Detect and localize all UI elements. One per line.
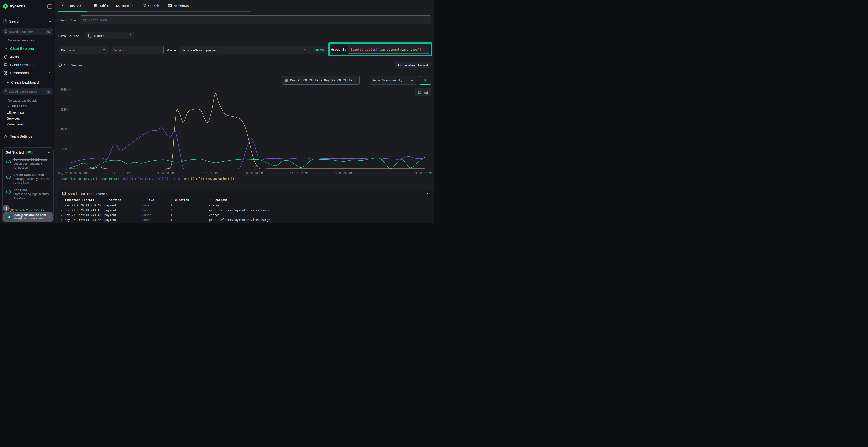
gear-icon bbox=[4, 134, 8, 138]
preset-services[interactable]: Services bbox=[7, 116, 20, 121]
chevron-right-icon bbox=[48, 215, 51, 219]
aggregation-select[interactable]: Maximum bbox=[59, 46, 108, 55]
user-account-bar[interactable]: D dale@clickhouse.com dale@clickhouse.co… bbox=[3, 212, 53, 222]
tab-number[interactable]: 123 Number bbox=[116, 0, 133, 11]
get-started-item-title: Create Data Sources bbox=[13, 173, 51, 177]
legend-item[interactable]: —maxIf(toFloat64O..Duration))))) · bbox=[183, 177, 239, 181]
col-timestamp[interactable]: Timestamp (Local) bbox=[65, 199, 104, 202]
chart-legend: — maxIf(toFloat64O..))) · mastercard —ma… bbox=[59, 177, 239, 181]
presets-label: PRESETS bbox=[12, 105, 27, 108]
tab-search[interactable]: Search bbox=[143, 0, 159, 11]
date-range-picker[interactable]: May 26 09:29:19 - May 27 09:29:19 bbox=[282, 76, 360, 84]
saved-dashboards-input[interactable]: Saved Dashboards ⌘K bbox=[2, 88, 53, 95]
hyperdx-logo-icon bbox=[3, 3, 8, 9]
get-started-item-subtitle: Configure where your data comes from bbox=[13, 177, 51, 185]
create-dashboard-button[interactable]: + Create Dashboard bbox=[7, 80, 39, 84]
app-title: HyperDX bbox=[10, 4, 26, 8]
get-started-item-data-sources[interactable]: Create Data Sources Configure where your… bbox=[3, 171, 53, 186]
events-panel-title: Sample Matched Events bbox=[68, 192, 107, 196]
table-row[interactable]: › May 27 9:29:18.249 AMpayment Unset3 gr… bbox=[58, 208, 433, 213]
table-row[interactable]: › May 27 9:29:18.250 AMpayment Unset1 ch… bbox=[58, 203, 433, 208]
svg-text:3:30:00 AM: 3:30:00 AM bbox=[335, 172, 351, 175]
create-dashboard-label: Create Dashboard bbox=[11, 80, 38, 84]
alerts-label: Alerts bbox=[10, 55, 19, 59]
tab-number-label: Number bbox=[122, 4, 133, 7]
get-started-item-connect[interactable]: Connect to ClickHouse Set up your databa… bbox=[3, 156, 53, 171]
sql-option[interactable]: SQL bbox=[304, 48, 309, 52]
get-started-progress-badge: 3/3 bbox=[26, 150, 33, 154]
calendar-icon bbox=[285, 78, 288, 82]
tab-line-bar-label: Line/Bar bbox=[66, 4, 82, 7]
sidebar-item-chart-explorer[interactable]: Chart Explorer bbox=[4, 47, 34, 50]
query-language-toggle[interactable]: SQL | Lucene bbox=[304, 48, 325, 52]
svg-text:450M: 450M bbox=[60, 108, 67, 111]
add-series-button[interactable]: Add Series bbox=[58, 62, 83, 68]
language-divider: | bbox=[311, 48, 312, 52]
saved-searches-input[interactable]: Saved Searches ⌘K bbox=[2, 28, 53, 35]
data-source-value: Traces bbox=[93, 34, 105, 38]
table-row[interactable]: › May 27 9:29:18.243 AMpayment Unset1 gr… bbox=[58, 217, 433, 222]
sidebar-item-alerts[interactable]: Alerts bbox=[4, 55, 19, 59]
chart-name-input[interactable] bbox=[80, 15, 431, 24]
lucene-option[interactable]: Lucene bbox=[314, 48, 325, 52]
tab-table[interactable]: Table bbox=[94, 0, 109, 11]
get-started-item-partially-hidden[interactable]: 🎉 Search Your Events bbox=[10, 208, 51, 212]
set-number-format-button[interactable]: Set number format bbox=[395, 62, 431, 68]
expand-row-icon[interactable]: › bbox=[58, 204, 65, 207]
svg-text:300M: 300M bbox=[60, 128, 67, 131]
legend-item[interactable]: —maxIf(toFloat64O..tion))))) · visa bbox=[122, 177, 180, 181]
preset-kubernetes[interactable]: Kubernetes bbox=[7, 122, 24, 126]
col-service[interactable]: ⋮service bbox=[104, 199, 143, 202]
col-level[interactable]: ⋮level bbox=[143, 199, 170, 202]
expand-row-icon[interactable]: › bbox=[58, 213, 65, 217]
search-icon bbox=[4, 30, 7, 33]
svg-text:9:30:00 PM: 9:30:00 PM bbox=[246, 172, 263, 175]
col-spanname[interactable]: ⋮SpanName bbox=[209, 199, 428, 202]
timeseries-chart[interactable]: 0150M300M450M600MMay 26 9:00:00 AM12:30:… bbox=[58, 86, 434, 176]
sidebar-item-team-settings[interactable]: Team Settings bbox=[4, 134, 32, 138]
collapse-sidebar-icon[interactable] bbox=[47, 4, 52, 9]
chevron-up-icon bbox=[48, 20, 52, 23]
svg-text:9:00:00 AM: 9:00:00 AM bbox=[415, 172, 432, 175]
field-select[interactable]: Duration bbox=[111, 46, 164, 55]
col-duration[interactable]: ⋮duration bbox=[170, 199, 209, 202]
expand-row-icon[interactable]: › bbox=[58, 218, 65, 221]
preset-clickhouse[interactable]: ClickHouse bbox=[7, 111, 24, 115]
run-query-button[interactable] bbox=[419, 76, 431, 84]
svg-text:3:30:00 PM: 3:30:00 PM bbox=[157, 172, 174, 175]
date-range-value: May 26 09:29:19 - May 27 09:29:19 bbox=[290, 78, 352, 82]
get-started-item-subtitle: Start sending logs, metrics, or traces bbox=[13, 193, 51, 200]
sidebar-item-client-sessions[interactable]: Client Sessions bbox=[4, 63, 34, 67]
no-saved-dashboards-text: No saved dashboards bbox=[8, 99, 37, 102]
chart-svg: 0150M300M450M600MMay 26 9:00:00 AM12:30:… bbox=[58, 86, 434, 176]
expand-row-icon[interactable]: › bbox=[58, 209, 65, 212]
legend-swatch: — bbox=[59, 177, 61, 181]
presets-toggle[interactable]: PRESETS bbox=[7, 105, 27, 108]
group-by-func: SpanAttributes bbox=[350, 48, 376, 51]
avatar: D bbox=[5, 213, 12, 220]
tab-line-bar[interactable]: Line/Bar bbox=[61, 0, 82, 11]
app-logo[interactable]: HyperDX bbox=[3, 3, 26, 9]
database-icon bbox=[88, 34, 91, 38]
group-by-arg: 'app.payment.card_type' bbox=[378, 48, 420, 51]
data-source-select[interactable]: Traces bbox=[86, 32, 134, 39]
line-chart-icon bbox=[61, 4, 65, 7]
table-row[interactable]: › May 27 9:29:18.243 AMpayment Unset1 ch… bbox=[58, 213, 433, 217]
sidebar-section-search[interactable]: Search bbox=[3, 19, 20, 23]
legend-item[interactable]: — maxIf(toFloat64O..))) · mastercard bbox=[59, 177, 119, 181]
user-email: dale@clickhouse.com bbox=[14, 213, 46, 217]
search-section-label: Search bbox=[9, 20, 20, 23]
check-circle-icon bbox=[6, 160, 11, 165]
help-button[interactable]: ? bbox=[3, 205, 10, 212]
data-source-label: Data Source bbox=[58, 34, 79, 38]
get-started-item-add-data[interactable]: Add Data Start sending logs, metrics, or… bbox=[3, 186, 53, 201]
chevron-down-icon bbox=[410, 79, 413, 82]
table-options-kebab-icon[interactable]: ⋮ bbox=[428, 199, 433, 202]
group-by-input[interactable]: SpanAttributes['app.payment.card_type'] bbox=[348, 45, 429, 54]
chevron-up-icon[interactable] bbox=[48, 151, 51, 154]
sidebar-item-dashboards[interactable]: Dashboards bbox=[4, 71, 29, 75]
where-input[interactable]: ServiceName: payment SQL | Lucene bbox=[179, 46, 328, 55]
granularity-select[interactable]: Auto Granularity bbox=[370, 76, 416, 84]
tab-markdown[interactable]: Markdown bbox=[168, 0, 189, 11]
chevron-up-icon[interactable] bbox=[426, 192, 429, 196]
